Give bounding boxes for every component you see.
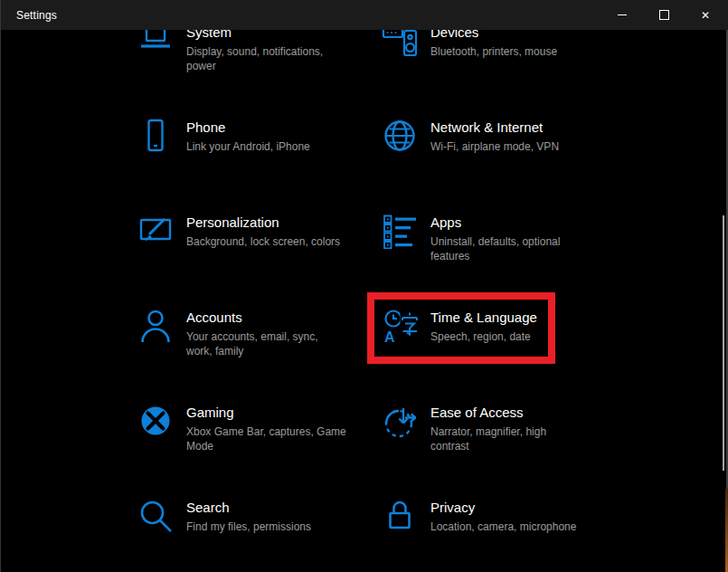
tile-title: Time & Language (430, 309, 604, 327)
tile-title: Apps (430, 214, 604, 232)
tile-title: Privacy (430, 499, 604, 517)
tile-subtitle: Your accounts, email, sync, work, family (186, 329, 360, 358)
tile-subtitle: Display, sound, notifications, power (186, 44, 360, 73)
tile-subtitle: Xbox Game Bar, captures, Game Mode (186, 424, 360, 453)
tile-subtitle: Speech, region, date (430, 329, 604, 344)
clock-language-icon: A (378, 306, 421, 344)
phone-icon (134, 116, 177, 154)
minimize-icon (618, 14, 627, 15)
title-bar: Settings ✕ (1, 0, 728, 30)
tile-subtitle: Location, camera, microphone (430, 520, 604, 534)
vertical-scrollbar[interactable] (723, 215, 724, 471)
tile-title: Phone (186, 119, 360, 137)
caption-buttons: ✕ (601, 0, 726, 30)
tile-subtitle: Narrator, magnifier, high contrast (430, 424, 604, 453)
minimize-button[interactable] (601, 0, 643, 30)
tile-apps[interactable]: Apps Uninstall, defaults, optional featu… (378, 211, 604, 263)
tile-subtitle: Uninstall, defaults, optional features (430, 234, 604, 263)
tile-accounts[interactable]: Accounts Your accounts, email, sync, wor… (134, 306, 360, 358)
tile-personalization[interactable]: Personalization Background, lock screen,… (134, 211, 360, 249)
settings-window: System Display, sound, notifications, po… (0, 0, 728, 572)
maximize-button[interactable] (643, 0, 685, 30)
tile-phone[interactable]: Phone Link your Android, iPhone (134, 116, 360, 154)
tile-subtitle: Wi-Fi, airplane mode, VPN (430, 139, 604, 154)
globe-icon (378, 116, 421, 154)
tile-subtitle: Background, lock screen, colors (186, 234, 360, 249)
close-icon: ✕ (701, 10, 710, 21)
tile-subtitle: Bluetooth, printers, mouse (430, 44, 604, 59)
accessibility-icon (378, 401, 421, 439)
tile-time-language[interactable]: A Time & Language Speech, region, date (378, 306, 604, 344)
tile-title: Accounts (186, 309, 360, 327)
tile-network-internet[interactable]: Network & Internet Wi-Fi, airplane mode,… (378, 116, 604, 154)
close-button[interactable]: ✕ (685, 0, 726, 30)
app-list-icon (378, 211, 421, 249)
tile-privacy[interactable]: Privacy Location, camera, microphone (378, 496, 604, 534)
tile-ease-of-access[interactable]: Ease of Access Narrator, magnifier, high… (378, 401, 604, 453)
tile-subtitle: Find my files, permissions (186, 520, 360, 534)
tile-title: Search (186, 499, 360, 517)
magnifier-icon (134, 496, 177, 534)
person-icon (134, 306, 177, 344)
brush-monitor-icon (134, 211, 177, 249)
xbox-icon (134, 401, 177, 439)
tile-title: Personalization (186, 214, 360, 232)
tile-title: Network & Internet (430, 119, 604, 137)
tile-subtitle: Link your Android, iPhone (186, 139, 360, 154)
tile-search[interactable]: Search Find my files, permissions (134, 496, 360, 534)
maximize-icon (659, 10, 669, 20)
tile-title: Ease of Access (430, 404, 604, 422)
window-title: Settings (16, 9, 57, 22)
tile-gaming[interactable]: Gaming Xbox Game Bar, captures, Game Mod… (134, 401, 360, 453)
lock-icon (378, 496, 421, 534)
svg-text:A: A (384, 329, 395, 345)
tile-title: Gaming (186, 404, 360, 422)
